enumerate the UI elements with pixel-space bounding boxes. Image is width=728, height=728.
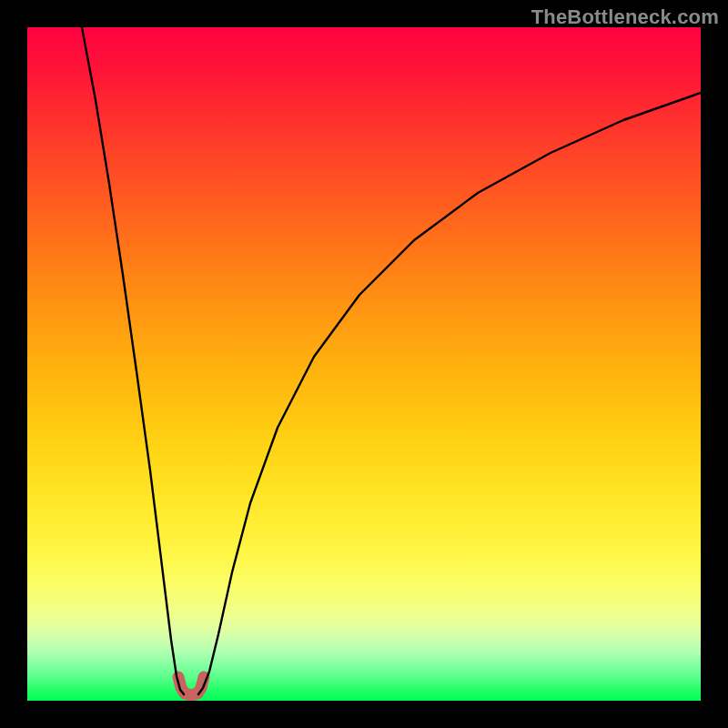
chart-frame: TheBottleneck.com [0, 0, 728, 728]
bottleneck-curve-left [82, 27, 184, 694]
watermark-text: TheBottleneck.com [531, 5, 719, 29]
curve-svg [27, 27, 701, 701]
bottleneck-curve-right [198, 93, 701, 694]
plot-area [27, 27, 701, 701]
